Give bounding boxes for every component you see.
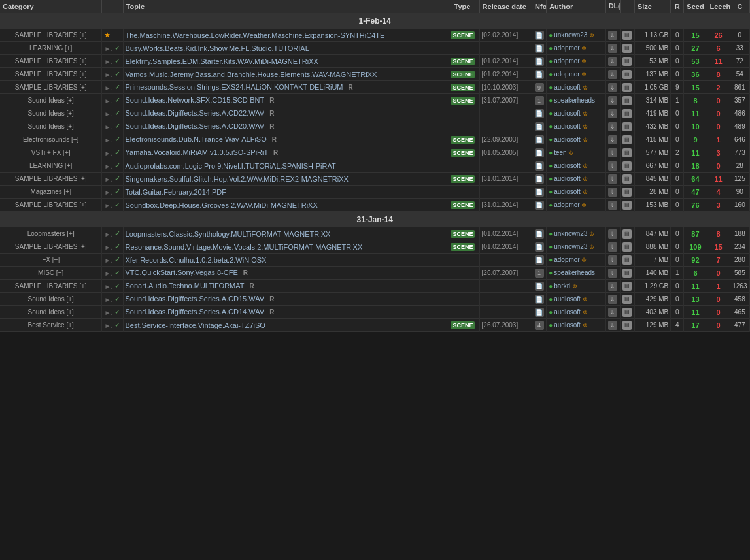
dl-icon[interactable]: ⇓: [608, 31, 617, 40]
author-link[interactable]: barkri: [554, 282, 570, 289]
dl-cell[interactable]: ⇓: [605, 186, 620, 199]
dl-cell[interactable]: ⇓: [605, 133, 620, 146]
topic-link[interactable]: Soundbox.Deep.House.Grooves.2.WAV.MiDi-M…: [126, 201, 318, 209]
nfo-cell[interactable]: 📄: [532, 55, 547, 68]
dl-cell[interactable]: ⇓: [605, 306, 620, 319]
header-author[interactable]: Author: [547, 0, 606, 13]
nfo-cell[interactable]: 📄: [532, 280, 547, 293]
nfo-icon[interactable]: 📄: [535, 57, 544, 66]
nfo-icon[interactable]: 📄: [535, 174, 544, 184]
topic-link[interactable]: Audioprolabs.com.Logic.Pro.9.Nivel.I.TUT…: [126, 162, 336, 170]
nfo-icon[interactable]: 📄: [535, 148, 544, 157]
nfo-icon[interactable]: 📄: [535, 109, 544, 118]
category-link[interactable]: SAMPLE LIBRARIES [+]: [15, 71, 87, 78]
topic-link[interactable]: Singomakers.Soulful.Glitch.Hop.Vol.2.WAV…: [126, 175, 349, 183]
author-link[interactable]: unknown23: [554, 243, 587, 250]
dl-cell[interactable]: ⇓: [605, 173, 620, 186]
nfo-cell[interactable]: 4: [532, 319, 547, 332]
category-link[interactable]: Sound Ideas [+]: [28, 110, 74, 117]
author-link[interactable]: adopmor: [554, 71, 579, 78]
category-link[interactable]: Sound Ideas [+]: [28, 97, 74, 104]
topic-link[interactable]: Sound.Ideas.Digiffects.Series.A.CD20.WAV: [126, 122, 265, 130]
dl-icon[interactable]: ⇓: [608, 201, 617, 210]
author-link[interactable]: audiosoft: [554, 188, 581, 195]
dl-cell[interactable]: ⇓: [605, 55, 620, 68]
nfo-icon[interactable]: 📄: [535, 70, 544, 79]
category-link[interactable]: Loopmasters [+]: [27, 230, 75, 237]
dl-icon[interactable]: ⇓: [608, 44, 617, 53]
category-link[interactable]: SAMPLE LIBRARIES [+]: [15, 31, 87, 39]
topic-link[interactable]: Sonart.Audio.Techno.MULTiFORMAT: [126, 282, 245, 289]
dl-icon[interactable]: ⇓: [608, 229, 617, 239]
topic-link[interactable]: Total.Guitar.February.2014.PDF: [126, 188, 226, 196]
author-link[interactable]: unknown23: [554, 230, 587, 237]
topic-link[interactable]: Sound.Ideas.Digiffects.Series.A.CD14.WAV: [126, 308, 265, 316]
author-link[interactable]: audiosoft: [554, 162, 581, 169]
nfo-cell[interactable]: 📄: [532, 306, 547, 319]
dl-icon[interactable]: ⇓: [608, 174, 617, 184]
dl-icon[interactable]: ⇓: [608, 255, 617, 265]
author-link[interactable]: audiosoft: [554, 308, 581, 316]
dl-icon[interactable]: ⇓: [608, 122, 617, 131]
author-link[interactable]: audiosoft: [554, 123, 581, 130]
header-leech[interactable]: Leech: [707, 0, 730, 13]
nfo-cell[interactable]: 📄: [532, 293, 547, 306]
dl-cell[interactable]: ⇓: [605, 199, 620, 212]
category-link[interactable]: Sound Ideas [+]: [28, 295, 74, 303]
author-link[interactable]: adopmor: [554, 256, 579, 263]
dl-icon[interactable]: ⇓: [608, 308, 617, 317]
category-link[interactable]: Sound Ideas [+]: [28, 308, 74, 316]
author-link[interactable]: audiosoft: [554, 321, 581, 329]
dl-cell[interactable]: ⇓: [605, 159, 620, 173]
dl-icon[interactable]: ⇓: [608, 161, 617, 171]
author-link[interactable]: speakerheads: [554, 97, 595, 104]
dl-cell[interactable]: ⇓: [605, 29, 620, 42]
topic-link[interactable]: Resonance.Sound.Vintage.Movie.Vocals.2.M…: [126, 243, 363, 251]
nfo-icon[interactable]: 📄: [535, 161, 544, 171]
nfo-cell[interactable]: 📄: [532, 186, 547, 199]
dl-cell[interactable]: ⇓: [605, 280, 620, 293]
dl-icon[interactable]: ⇓: [608, 135, 617, 144]
nfo-cell[interactable]: 📄: [532, 199, 547, 212]
author-link[interactable]: audiosoft: [554, 136, 581, 143]
nfo-icon[interactable]: 4: [535, 321, 544, 330]
topic-link[interactable]: Sound.Ideas.Network.SFX.CD15.SCD-BNT: [126, 96, 265, 104]
dl-icon[interactable]: ⇓: [608, 148, 617, 157]
dl-cell[interactable]: ⇓: [605, 146, 620, 159]
author-link[interactable]: adopmor: [554, 58, 579, 65]
topic-link[interactable]: Vamos.Music.Jeremy.Bass.and.Branchie.Hou…: [126, 71, 377, 78]
header-reldate[interactable]: Release date: [479, 0, 532, 13]
topic-link[interactable]: VTC.QuickStart.Sony.Vegas.8-CFE: [126, 269, 238, 276]
author-link[interactable]: audiosoft: [554, 175, 581, 182]
dl-cell[interactable]: ⇓: [605, 267, 620, 280]
nfo-cell[interactable]: 9: [532, 81, 547, 94]
nfo-cell[interactable]: 📄: [532, 173, 547, 186]
dl-icon[interactable]: ⇓: [608, 109, 617, 118]
nfo-cell[interactable]: 📄: [532, 107, 547, 120]
nfo-icon[interactable]: 📄: [535, 44, 544, 53]
nfo-cell[interactable]: 📄: [532, 240, 547, 254]
category-link[interactable]: FX [+]: [42, 256, 60, 263]
dl-icon[interactable]: ⇓: [608, 282, 617, 291]
nfo-icon[interactable]: 📄: [535, 31, 544, 40]
dl-cell[interactable]: ⇓: [605, 107, 620, 120]
category-link[interactable]: Magazines [+]: [30, 188, 71, 195]
dl-cell[interactable]: ⇓: [605, 94, 620, 107]
dl-icon[interactable]: ⇓: [608, 242, 617, 252]
nfo-icon[interactable]: 📄: [535, 255, 544, 265]
nfo-cell[interactable]: 📄: [532, 159, 547, 173]
nfo-cell[interactable]: 📄: [532, 254, 547, 267]
nfo-cell[interactable]: 📄: [532, 146, 547, 159]
category-link[interactable]: VSTi + FX [+]: [31, 149, 71, 156]
dl-icon[interactable]: ⇓: [608, 188, 617, 197]
dl-cell[interactable]: ⇓: [605, 293, 620, 306]
nfo-icon[interactable]: 📄: [535, 308, 544, 317]
topic-link[interactable]: Yamaha.Vocaloid.MiRiAM.v1.0.5.iSO-SPiRiT: [126, 148, 268, 156]
header-topic[interactable]: Topic: [123, 0, 445, 13]
nfo-cell[interactable]: 1: [532, 94, 547, 107]
topic-link[interactable]: Busy.Works.Beats.Kid.Ink.Show.Me.FL.Stud…: [126, 44, 309, 52]
topic-link[interactable]: Sound.Ideas.Digiffects.Series.A.CD15.WAV: [126, 295, 265, 303]
author-link[interactable]: speakerheads: [554, 269, 595, 276]
nfo-icon[interactable]: 📄: [535, 122, 544, 131]
nfo-icon[interactable]: 1: [535, 269, 544, 278]
